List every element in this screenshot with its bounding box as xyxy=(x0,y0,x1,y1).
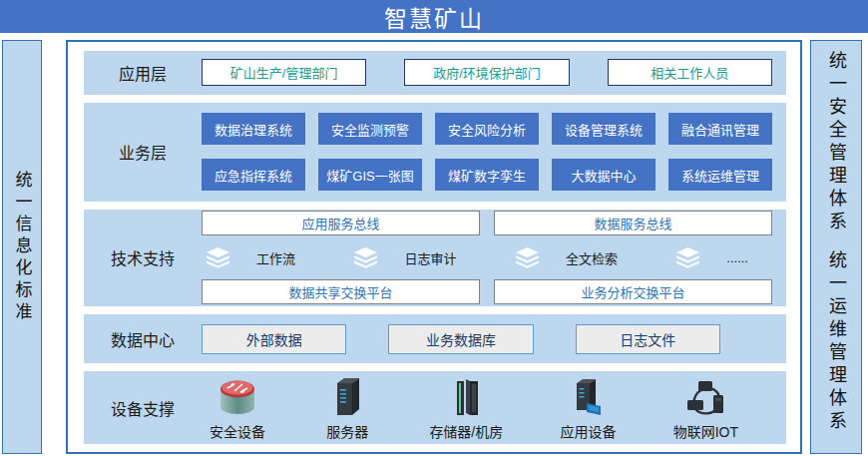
equip-server-label: 服务器 xyxy=(326,421,368,441)
page-title-text: 智慧矿山 xyxy=(384,0,484,34)
layer-business-content: 数据治理系统 安全监测预警 安全风险分析 设备管理系统 融合通讯管理 应急指挥系… xyxy=(202,113,786,191)
layer-business: 业务层 数据治理系统 安全监测预警 安全风险分析 设备管理系统 融合通讯管理 应… xyxy=(84,103,786,202)
biz-box-emergency-command: 应急指挥系统 xyxy=(202,159,305,191)
data-box-external-data: 外部数据 xyxy=(202,324,346,354)
biz-box-big-data-center: 大数据中心 xyxy=(552,159,655,191)
layer-tech-content: 应用服务总线 数据服务总线 工作流 xyxy=(202,211,786,304)
equip-iot: 物联网IOT xyxy=(673,375,738,441)
layers-stack-icon xyxy=(675,247,700,268)
biz-box-ops-mgmt: 系统运维管理 xyxy=(668,159,772,191)
iot-icon xyxy=(680,375,730,419)
service-bus-row: 应用服务总线 数据服务总线 xyxy=(202,211,772,235)
layer-data-center-content: 外部数据 业务数据库 日志文件 xyxy=(202,324,786,354)
equip-security-device-label: 安全设备 xyxy=(210,421,265,441)
app-box-mine-production: 矿山生产/管理部门 xyxy=(202,59,366,86)
layers-stack-icon xyxy=(206,247,230,268)
page-title: 智慧矿山 xyxy=(0,0,868,33)
data-box-business-db: 业务数据库 xyxy=(388,324,533,354)
layer-equipment-label: 设备支撑 xyxy=(84,396,202,420)
platform-row: 数据共享交换平台 业务分析交换平台 xyxy=(202,279,772,304)
equip-iot-label: 物联网IOT xyxy=(673,421,738,441)
equip-storage-label: 存储器/机房 xyxy=(429,421,503,441)
mw-more: ...... xyxy=(675,247,748,268)
biz-box-comm-mgmt: 融合通讯管理 xyxy=(668,113,772,145)
mw-workflow-label: 工作流 xyxy=(256,248,295,267)
server-icon xyxy=(322,375,372,419)
mw-fulltext-search-label: 全文检索 xyxy=(566,248,618,267)
biz-box-equipment-mgmt: 设备管理系统 xyxy=(552,113,655,145)
data-share-exchange-platform: 数据共享交换平台 xyxy=(202,279,480,304)
right-rail-mgmt-systems: 统一安全管理体系 统一运维管理体系 xyxy=(810,40,862,454)
layer-application-label: 应用层 xyxy=(84,61,202,85)
layer-tech-support: 技术支持 应用服务总线 数据服务总线 xyxy=(84,210,786,305)
equip-server: 服务器 xyxy=(322,375,372,441)
layer-equipment-content: 安全设备 xyxy=(202,375,786,441)
biz-box-data-governance: 数据治理系统 xyxy=(202,113,305,145)
business-row-2: 应急指挥系统 煤矿GIS一张图 煤矿数字孪生 大数据中心 系统运维管理 xyxy=(202,159,772,191)
main-panel: 应用层 矿山生产/管理部门 政府/环境保护部门 相关工作人员 业务层 数据治理系… xyxy=(66,40,802,454)
layer-equipment: 设备支撑 xyxy=(84,371,786,444)
mw-workflow: 工作流 xyxy=(206,247,295,268)
mw-more-label: ...... xyxy=(726,250,748,265)
data-service-bus: 数据服务总线 xyxy=(494,211,772,235)
left-rail-info-standard: 统一信息化标准 xyxy=(2,40,42,454)
equip-app-device-label: 应用设备 xyxy=(560,421,616,441)
layer-application-content: 矿山生产/管理部门 政府/环境保护部门 相关工作人员 xyxy=(202,59,786,86)
right-rail-ops-label: 统一运维管理体系 xyxy=(827,250,845,434)
diagram-body: 统一信息化标准 应用层 矿山生产/管理部门 政府/环境保护部门 相关工作人员 业… xyxy=(0,40,868,454)
biz-analysis-exchange-platform: 业务分析交换平台 xyxy=(494,279,772,304)
middleware-row: 工作流 日志审计 xyxy=(202,244,772,270)
biz-box-gis-one-map: 煤矿GIS一张图 xyxy=(318,159,422,191)
layer-tech-label: 技术支持 xyxy=(84,245,202,269)
right-rail-security-label: 统一安全管理体系 xyxy=(827,51,845,234)
equip-storage: 存储器/机房 xyxy=(429,375,503,441)
layer-data-center-label: 数据中心 xyxy=(84,327,202,351)
layer-data-center: 数据中心 外部数据 业务数据库 日志文件 xyxy=(84,314,786,364)
app-service-bus: 应用服务总线 xyxy=(202,211,480,235)
storage-icon xyxy=(441,375,491,419)
equip-app-device: 应用设备 xyxy=(560,375,616,441)
firewall-icon xyxy=(213,375,262,419)
app-box-related-staff: 相关工作人员 xyxy=(608,59,772,86)
app-device-icon xyxy=(563,375,613,419)
app-box-government-env: 政府/环境保护部门 xyxy=(404,59,569,86)
equip-security-device: 安全设备 xyxy=(210,375,265,441)
layers-stack-icon xyxy=(353,247,378,268)
layers-stack-icon xyxy=(515,247,540,268)
biz-box-safety-monitor: 安全监测预警 xyxy=(318,113,422,145)
mw-log-audit: 日志审计 xyxy=(353,247,456,268)
biz-box-digital-twin: 煤矿数字孪生 xyxy=(435,159,539,191)
business-row-1: 数据治理系统 安全监测预警 安全风险分析 设备管理系统 融合通讯管理 xyxy=(202,113,772,145)
layer-business-label: 业务层 xyxy=(84,140,202,164)
layer-application: 应用层 矿山生产/管理部门 政府/环境保护部门 相关工作人员 xyxy=(84,51,786,95)
data-box-log-files: 日志文件 xyxy=(576,324,720,354)
left-rail-label: 统一信息化标准 xyxy=(14,171,31,324)
mw-log-audit-label: 日志审计 xyxy=(404,248,456,267)
biz-box-risk-analysis: 安全风险分析 xyxy=(435,113,539,145)
mw-fulltext-search: 全文检索 xyxy=(515,247,618,268)
